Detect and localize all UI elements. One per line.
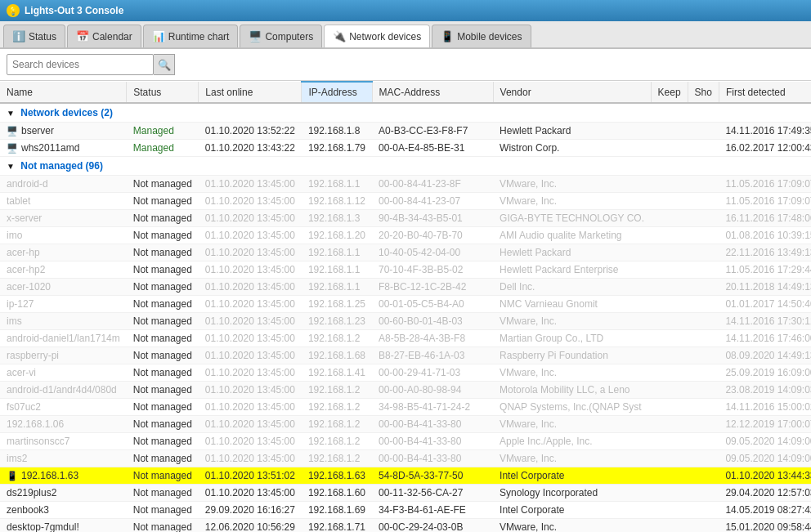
- status-icon: ℹ️: [12, 30, 25, 42]
- section-title: Not managed (96): [20, 160, 103, 172]
- cell-status: Not managed: [127, 433, 199, 450]
- cell-vendor: AMI Audio qualite Marketing: [493, 227, 651, 244]
- cell-ip: 192.168.1.25: [302, 296, 372, 313]
- cell-sho: [688, 399, 719, 416]
- cell-keep: [651, 467, 688, 485]
- table-row[interactable]: ims Not managed 01.10.2020 13:45:00 192.…: [0, 313, 811, 330]
- cell-sho: [688, 330, 719, 347]
- col-name[interactable]: Name: [0, 82, 127, 103]
- table-row[interactable]: android-daniel1/lan1714m Not managed 01.…: [0, 330, 811, 347]
- cell-status: Not managed: [127, 382, 199, 399]
- table-row[interactable]: acer-1020 Not managed 01.10.2020 13:45:0…: [0, 279, 811, 296]
- table-row[interactable]: ds219plus2 Not managed 01.10.2020 13:45:…: [0, 485, 811, 502]
- cell-sho: [688, 123, 719, 140]
- cell-ip: 192.168.1.68: [302, 347, 372, 364]
- search-button[interactable]: 🔍: [154, 54, 175, 75]
- tab-bar: ℹ️ Status 📅 Calendar 📊 Runtime chart 🖥️ …: [0, 21, 811, 49]
- cell-mac: 00-00-A0-80-98-94: [372, 382, 493, 399]
- table-row[interactable]: raspberry-pi Not managed 01.10.2020 13:4…: [0, 347, 811, 364]
- table-row[interactable]: tablet Not managed 01.10.2020 13:45:00 1…: [0, 193, 811, 210]
- table-row[interactable]: martinsonscc7 Not managed 01.10.2020 13:…: [0, 433, 811, 450]
- col-mac[interactable]: MAC-Address: [372, 82, 493, 103]
- cell-first-detected: 29.04.2020 12:57:03: [719, 485, 811, 502]
- cell-sho: [688, 347, 719, 364]
- cell-name: acer-vi: [0, 364, 127, 382]
- cell-mac: 00-00-B4-41-33-80: [372, 416, 493, 433]
- cell-last-online: 01.10.2020 13:45:00: [199, 364, 302, 382]
- cell-sho: [688, 193, 719, 210]
- col-ip[interactable]: IP-Address: [302, 82, 372, 103]
- cell-status: Not managed: [127, 210, 199, 227]
- table-row[interactable]: android-d Not managed 01.10.2020 13:45:0…: [0, 176, 811, 193]
- cell-ip: 192.168.1.41: [302, 364, 372, 382]
- cell-mac: 00-00-84-41-23-07: [372, 193, 493, 210]
- table-row[interactable]: 🖥️whs2011amd Managed 01.10.2020 13:43:22…: [0, 140, 811, 157]
- cell-ip: 192.168.1.12: [302, 193, 372, 210]
- cell-status: Not managed: [127, 450, 199, 467]
- cell-keep: [651, 416, 688, 433]
- table-row[interactable]: ims2 Not managed 01.10.2020 13:45:00 192…: [0, 450, 811, 467]
- cell-keep: [651, 330, 688, 347]
- cell-keep: [651, 313, 688, 330]
- table-row[interactable]: 192.168.1.06 Not managed 01.10.2020 13:4…: [0, 416, 811, 433]
- cell-last-online: 01.10.2020 13:45:00: [199, 313, 302, 330]
- table-row[interactable]: fs07uc2 Not managed 01.10.2020 13:45:00 …: [0, 399, 811, 416]
- tab-runtime-chart[interactable]: 📊 Runtime chart: [143, 25, 239, 47]
- table-row[interactable]: acer-vi Not managed 01.10.2020 13:45:00 …: [0, 364, 811, 382]
- cell-last-online: 01.10.2020 13:45:00: [199, 279, 302, 296]
- cell-mac: A0-B3-CC-E3-F8-F7: [372, 123, 493, 140]
- table-row[interactable]: ip-127 Not managed 01.10.2020 13:45:00 1…: [0, 296, 811, 313]
- cell-mac: F8-BC-12-1C-2B-42: [372, 279, 493, 296]
- title-bar: 💡 Lights-Out 3 Console: [0, 0, 811, 21]
- tab-status[interactable]: ℹ️ Status: [3, 25, 65, 47]
- cell-ip: 192.168.1.3: [302, 210, 372, 227]
- cell-name: raspberry-pi: [0, 347, 127, 364]
- table-row[interactable]: 📱192.168.1.63 Not managed 01.10.2020 13:…: [0, 467, 811, 485]
- table-row[interactable]: acer-hp2 Not managed 01.10.2020 13:45:00…: [0, 262, 811, 279]
- tab-computers[interactable]: 🖥️ Computers: [240, 25, 322, 47]
- col-last-online[interactable]: Last online: [199, 82, 302, 103]
- row-icon: 🖥️: [7, 143, 18, 153]
- cell-first-detected: 16.11.2016 17:48:06: [719, 210, 811, 227]
- table-row[interactable]: acer-hp Not managed 01.10.2020 13:45:00 …: [0, 244, 811, 262]
- cell-keep: [651, 364, 688, 382]
- cell-name: acer-hp2: [0, 262, 127, 279]
- col-sho[interactable]: Sho: [688, 82, 719, 103]
- cell-name: x-server: [0, 210, 127, 227]
- cell-mac: 10-40-05-42-04-00: [372, 244, 493, 262]
- collapse-triangle[interactable]: ▼: [7, 109, 15, 118]
- cell-first-detected: 25.09.2019 16:09:00: [719, 364, 811, 382]
- cell-first-detected: 01.10.2020 13:44:33: [719, 467, 811, 485]
- cell-vendor: VMware, Inc.: [493, 193, 651, 210]
- calendar-icon: 📅: [76, 30, 89, 42]
- cell-last-online: 01.10.2020 13:51:02: [199, 467, 302, 485]
- cell-vendor: Synology Incorporated: [493, 485, 651, 502]
- table-row[interactable]: desktop-7gmdul! Not managed 12.06.2020 1…: [0, 519, 811, 533]
- table-row[interactable]: x-server Not managed 01.10.2020 13:45:00…: [0, 210, 811, 227]
- collapse-triangle[interactable]: ▼: [7, 162, 15, 171]
- tab-mobile-devices[interactable]: 📱 Mobile devices: [432, 25, 531, 47]
- table-row[interactable]: zenbook3 Not managed 29.09.2020 16:16:27…: [0, 502, 811, 519]
- devices-table: Name Status Last online IP-Address MAC-A…: [0, 81, 811, 532]
- table-row[interactable]: android-d1/andr4d4/080d Not managed 01.1…: [0, 382, 811, 399]
- col-vendor[interactable]: Vendor: [493, 82, 651, 103]
- col-status[interactable]: Status: [127, 82, 199, 103]
- section-label[interactable]: ▼ Network devices (2): [0, 103, 811, 123]
- cell-keep: [651, 347, 688, 364]
- tab-network-devices[interactable]: 🔌 Network devices: [324, 25, 430, 47]
- tab-calendar[interactable]: 📅 Calendar: [67, 25, 141, 47]
- cell-last-online: 01.10.2020 13:45:00: [199, 450, 302, 467]
- cell-status: Not managed: [127, 467, 199, 485]
- col-keep[interactable]: Keep: [651, 82, 688, 103]
- search-input[interactable]: [7, 54, 154, 75]
- cell-vendor: Hewlett Packard: [493, 123, 651, 140]
- cell-name: 192.168.1.06: [0, 416, 127, 433]
- cell-vendor: VMware, Inc.: [493, 450, 651, 467]
- col-first-detected[interactable]: First detected: [719, 82, 811, 103]
- cell-vendor: Raspberry Pi Foundation: [493, 347, 651, 364]
- cell-first-detected: 14.05.2019 08:27:42: [719, 502, 811, 519]
- cell-mac: 00-0A-E4-85-BE-31: [372, 140, 493, 157]
- table-row[interactable]: imo Not managed 01.10.2020 13:45:00 192.…: [0, 227, 811, 244]
- table-row[interactable]: 🖥️bserver Managed 01.10.2020 13:52:22 19…: [0, 123, 811, 140]
- section-label[interactable]: ▼ Not managed (96): [0, 157, 811, 176]
